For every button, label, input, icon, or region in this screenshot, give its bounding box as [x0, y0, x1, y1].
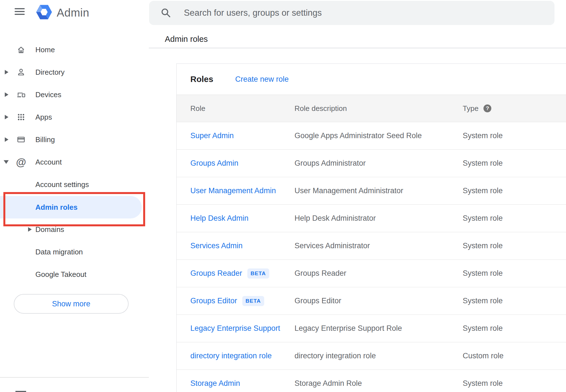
role-link[interactable]: Services Admin [190, 241, 243, 250]
role-type: System role [463, 131, 566, 140]
role-description: directory integration role [295, 352, 463, 360]
selected-item-highlight: Admin roles [0, 196, 142, 218]
expand-caret-icon[interactable] [5, 137, 8, 142]
credit-card-icon [16, 135, 26, 144]
global-search-bar[interactable] [149, 1, 554, 25]
sidebar-item-label: Account [35, 158, 62, 167]
sidebar-item-home[interactable]: Home [0, 38, 149, 61]
person-icon [16, 67, 26, 77]
role-type: Custom role [463, 352, 566, 360]
search-input[interactable] [183, 8, 554, 18]
role-type: System role [463, 297, 566, 305]
create-new-role-link[interactable]: Create new role [235, 75, 289, 84]
role-link[interactable]: User Management Admin [190, 186, 276, 195]
role-description: Groups Reader [295, 269, 463, 278]
sidebar-item-label: Account settings [35, 180, 89, 189]
hamburger-menu-icon[interactable] [15, 8, 25, 15]
sidebar-item-label: Domains [35, 225, 64, 234]
admin-console-screen: Admin Admin roles Home [0, 0, 566, 392]
sidebar-item-google-takeout[interactable]: Google Takeout [0, 263, 149, 286]
role-link[interactable]: directory integration role [190, 352, 272, 360]
sidebar-item-label: Home [35, 45, 55, 54]
role-link[interactable]: Groups Admin [190, 159, 238, 168]
role-link[interactable]: Groups Reader [190, 269, 242, 278]
sidebar-item-account-settings[interactable]: Account settings [0, 173, 149, 196]
sidebar-item-label: Google Takeout [35, 270, 86, 279]
at-sign-icon: @ [16, 157, 26, 167]
role-type: System role [463, 186, 566, 195]
sidebar-item-label: Billing [35, 135, 55, 144]
role-link[interactable]: Groups Editor [190, 297, 237, 305]
roles-card: Roles Create new role Role Role descript… [176, 63, 566, 392]
table-row: Help Desk Admin Help Desk Administrator … [177, 205, 566, 232]
table-header-row: Role Role description Type ? [177, 95, 566, 122]
role-type: System role [463, 241, 566, 250]
roles-card-header: Roles Create new role [177, 64, 566, 95]
role-description: Groups Editor [295, 297, 463, 305]
search-icon [160, 7, 172, 19]
sidebar-item-label: Directory [35, 68, 65, 77]
sidebar-item-label: Devices [35, 90, 61, 99]
breadcrumb: Admin roles [165, 35, 208, 44]
role-type: System role [463, 379, 566, 388]
role-type: System role [463, 324, 566, 333]
admin-logo: Admin [36, 4, 89, 21]
table-row: Legacy Enterprise Support Legacy Enterpr… [177, 315, 566, 342]
table-row: User Management Admin User Management Ad… [177, 177, 566, 205]
beta-badge: BETA [247, 268, 269, 279]
sidebar-item-account[interactable]: @ Account [0, 151, 149, 173]
role-description: Services Administrator [295, 241, 463, 250]
role-description: Help Desk Administrator [295, 214, 463, 223]
column-header-role-description: Role description [295, 104, 463, 113]
sidebar-bottom-divider [0, 377, 149, 378]
sidebar-item-label: Apps [35, 113, 52, 122]
table-row: Groups Admin Groups Administrator System… [177, 150, 566, 177]
card-title: Roles [190, 74, 213, 84]
expand-caret-icon[interactable] [28, 227, 32, 232]
sidebar-item-directory[interactable]: Directory [0, 61, 149, 83]
column-header-type: Type ? [463, 104, 566, 113]
app-title: Admin [57, 6, 89, 19]
admin-hexagon-icon [36, 4, 52, 21]
sidebar-item-domains[interactable]: Domains [0, 218, 149, 241]
show-more-button[interactable]: Show more [14, 294, 129, 314]
table-row: directory integration role directory int… [177, 342, 566, 370]
collapse-caret-icon[interactable] [4, 160, 9, 164]
apps-grid-icon [16, 112, 26, 122]
table-row: Groups Editor BETA Groups Editor System … [177, 287, 566, 315]
devices-icon [16, 90, 26, 99]
table-row: Services Admin Services Administrator Sy… [177, 232, 566, 260]
role-link[interactable]: Super Admin [190, 131, 234, 140]
role-description: Groups Administrator [295, 159, 463, 168]
help-question-icon[interactable]: ? [483, 104, 491, 112]
sidebar-nav: Home Directory Devices [0, 38, 149, 286]
sidebar-item-data-migration[interactable]: Data migration [0, 241, 149, 263]
expand-caret-icon[interactable] [5, 70, 8, 74]
content-divider [149, 48, 566, 48]
sidebar-item-billing[interactable]: Billing [0, 128, 149, 151]
role-type: System role [463, 269, 566, 278]
sidebar-item-apps[interactable]: Apps [0, 106, 149, 128]
role-description: Storage Admin Role [295, 379, 463, 388]
sidebar-item-label: Data migration [35, 248, 83, 256]
role-link[interactable]: Storage Admin [190, 379, 240, 388]
role-type: System role [463, 214, 566, 223]
table-row: Groups Reader BETA Groups Reader System … [177, 260, 566, 287]
sidebar-item-label: Admin roles [35, 203, 77, 212]
column-header-role: Role [190, 104, 295, 113]
sidebar-item-devices[interactable]: Devices [0, 83, 149, 106]
role-description: User Management Administrator [295, 186, 463, 195]
role-type: System role [463, 159, 566, 168]
role-description: Legacy Enterprise Support Role [295, 324, 463, 333]
table-row: Storage Admin Storage Admin Role System … [177, 370, 566, 392]
beta-badge: BETA [242, 296, 264, 306]
role-description: Google Apps Administrator Seed Role [295, 131, 463, 140]
role-link[interactable]: Legacy Enterprise Support [190, 324, 280, 333]
cut-off-nav-icon [15, 391, 26, 392]
role-link[interactable]: Help Desk Admin [190, 214, 248, 223]
home-icon [16, 45, 26, 54]
expand-caret-icon[interactable] [5, 115, 8, 119]
expand-caret-icon[interactable] [5, 92, 8, 97]
sidebar-item-admin-roles[interactable]: Admin roles [0, 196, 149, 218]
table-row: Super Admin Google Apps Administrator Se… [177, 122, 566, 150]
